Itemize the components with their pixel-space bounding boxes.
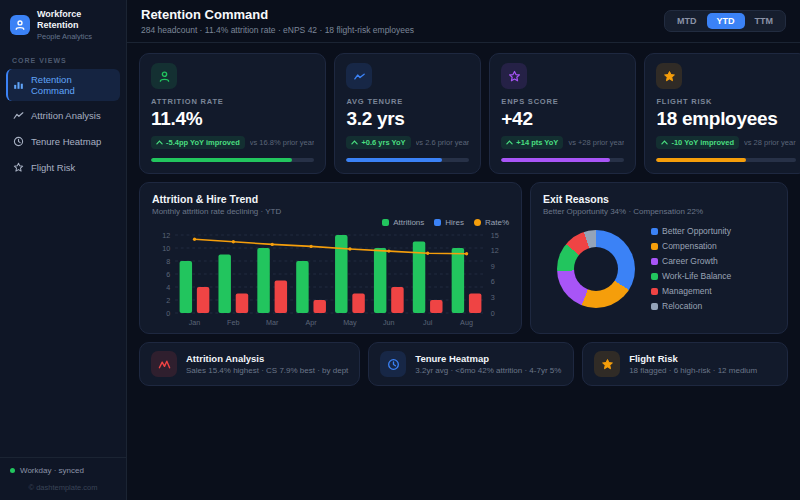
tab-mtd[interactable]: MTD — [667, 13, 707, 29]
legend-swatch — [651, 273, 658, 280]
svg-text:6: 6 — [491, 277, 495, 286]
hires-legend-swatch — [434, 219, 441, 226]
page-title: Retention Command — [141, 7, 414, 22]
rate-legend-swatch — [474, 219, 481, 226]
sidebar-item-label: Tenure Heatmap — [31, 136, 101, 147]
legend-label: Relocation — [662, 301, 702, 311]
exit-reasons-legend: Better Opportunity Compensation Career G… — [651, 226, 731, 311]
legend-label: Better Opportunity — [662, 226, 731, 236]
sidebar-item-attrition-analysis[interactable]: Attrition Analysis — [6, 105, 120, 127]
legend-label: Work-Life Balance — [662, 271, 731, 281]
tab-ttm[interactable]: TTM — [745, 13, 784, 29]
svg-text:0: 0 — [491, 308, 495, 317]
shortcut-subtitle: Sales 15.4% highest · CS 7.9% best · by … — [186, 366, 348, 375]
charts-row: Attrition & Hire Trend Monthly attrition… — [139, 182, 788, 334]
kpi-row: ATTRITION RATE 11.4% -5.4pp YoY improved… — [139, 53, 788, 174]
attritions-legend-swatch — [382, 219, 389, 226]
kpi-compare: vs +28 prior year — [568, 138, 624, 147]
svg-text:12: 12 — [162, 230, 170, 239]
trend-icon — [346, 63, 372, 89]
kpi-value: 3.2 yrs — [346, 108, 469, 130]
sidebar-item-label: Attrition Analysis — [31, 110, 101, 121]
kpi-label: ATTRITION RATE — [151, 97, 314, 106]
legend-label: Rate% — [485, 218, 509, 227]
svg-text:Feb: Feb — [227, 318, 239, 327]
chart-title: Attrition & Hire Trend — [152, 193, 509, 205]
legend-label: Attritions — [393, 218, 424, 227]
sync-status-dot — [10, 468, 15, 473]
shortcut-subtitle: 3.2yr avg · <6mo 42% attrition · 4-7yr 5… — [415, 366, 561, 375]
chart-subtitle: Better Opportunity 34% · Compensation 22… — [543, 207, 775, 216]
sidebar-item-label: Flight Risk — [31, 162, 75, 173]
legend-label: Hires — [445, 218, 464, 227]
sidebar-item-label: Retention Command — [31, 74, 114, 96]
tab-ytd[interactable]: YTD — [707, 13, 745, 29]
shortcut-flight-risk[interactable]: Flight Risk 18 flagged · 6 high-risk · 1… — [582, 342, 788, 386]
svg-text:9: 9 — [491, 262, 495, 271]
svg-text:Jan: Jan — [189, 318, 201, 327]
kpi-badge: +14 pts YoY — [501, 136, 563, 149]
trend-chart-card: Attrition & Hire Trend Monthly attrition… — [139, 182, 522, 334]
user-icon — [151, 63, 177, 89]
trend-icon — [12, 110, 24, 122]
clock-icon — [380, 351, 406, 377]
kpi-progress-track — [346, 158, 469, 162]
copyright-text: © dashtemplate.com — [10, 483, 116, 492]
star-icon — [656, 63, 682, 89]
app-title: Workforce Retention — [37, 9, 116, 32]
kpi-progress-fill — [656, 158, 745, 162]
kpi-card-attrition-rate: ATTRITION RATE 11.4% -5.4pp YoY improved… — [139, 53, 326, 174]
exit-reasons-card: Exit Reasons Better Opportunity 34% · Co… — [530, 182, 788, 334]
svg-text:2: 2 — [166, 295, 170, 304]
kpi-card-avg-tenure: AVG TENURE 3.2 yrs +0.6 yrs YoY vs 2.6 p… — [334, 53, 481, 174]
sidebar-item-retention-command[interactable]: Retention Command — [6, 69, 120, 101]
kpi-progress-track — [151, 158, 314, 162]
shortcut-subtitle: 18 flagged · 6 high-risk · 12 medium — [629, 366, 757, 375]
kpi-progress-fill — [501, 158, 609, 162]
app-logo: Workforce Retention People Analytics — [0, 0, 126, 51]
svg-text:12: 12 — [491, 246, 499, 255]
clock-icon — [12, 136, 24, 148]
svg-text:May: May — [343, 318, 357, 327]
legend-swatch — [651, 288, 658, 295]
sidebar-item-tenure-heatmap[interactable]: Tenure Heatmap — [6, 131, 120, 153]
legend-swatch — [651, 258, 658, 265]
kpi-card-flight-risk: FLIGHT RISK 18 employees -10 YoY improve… — [644, 53, 800, 174]
shortcut-title: Attrition Analysis — [186, 353, 348, 364]
shortcut-tenure-heatmap[interactable]: Tenure Heatmap 3.2yr avg · <6mo 42% attr… — [368, 342, 574, 386]
kpi-compare: vs 2.6 prior year — [416, 138, 470, 147]
shortcut-attrition-analysis[interactable]: Attrition Analysis Sales 15.4% highest ·… — [139, 342, 360, 386]
sidebar: Workforce Retention People Analytics COR… — [0, 0, 127, 500]
svg-text:8: 8 — [166, 256, 170, 265]
content: ATTRITION RATE 11.4% -5.4pp YoY improved… — [127, 43, 800, 396]
sidebar-section-label: CORE VIEWS — [0, 51, 126, 67]
main-area: Retention Command 284 headcount · 11.4% … — [127, 0, 800, 500]
kpi-badge: -5.4pp YoY improved — [151, 136, 245, 149]
star-icon — [501, 63, 527, 89]
app-subtitle: People Analytics — [37, 32, 116, 41]
user-logo-icon — [10, 15, 30, 35]
kpi-value: 18 employees — [656, 108, 795, 130]
star-icon — [12, 162, 24, 174]
kpi-progress-fill — [151, 158, 292, 162]
app-window: Workforce Retention People Analytics COR… — [0, 0, 800, 500]
trend-icon — [151, 351, 177, 377]
kpi-label: FLIGHT RISK — [656, 97, 795, 106]
chart-title: Exit Reasons — [543, 193, 775, 205]
kpi-progress-track — [656, 158, 795, 162]
bar-chart-icon — [12, 79, 24, 91]
kpi-label: AVG TENURE — [346, 97, 469, 106]
shortcut-row: Attrition Analysis Sales 15.4% highest ·… — [139, 342, 788, 386]
sidebar-item-flight-risk[interactable]: Flight Risk — [6, 157, 120, 179]
sync-status-text: Workday · synced — [20, 466, 84, 475]
legend-swatch — [651, 243, 658, 250]
trend-chart-plot: 02468101203691215JanFebMarAprMayJunJulAu… — [152, 227, 509, 327]
svg-text:Aug: Aug — [460, 318, 473, 327]
kpi-value: 11.4% — [151, 108, 314, 130]
svg-text:Jul: Jul — [423, 318, 433, 327]
kpi-compare: vs 16.8% prior year — [250, 138, 315, 147]
legend-swatch — [651, 228, 658, 235]
shortcut-title: Tenure Heatmap — [415, 353, 561, 364]
kpi-value: +42 — [501, 108, 624, 130]
trend-chart-legend: Attritions Hires Rate% — [152, 218, 509, 227]
